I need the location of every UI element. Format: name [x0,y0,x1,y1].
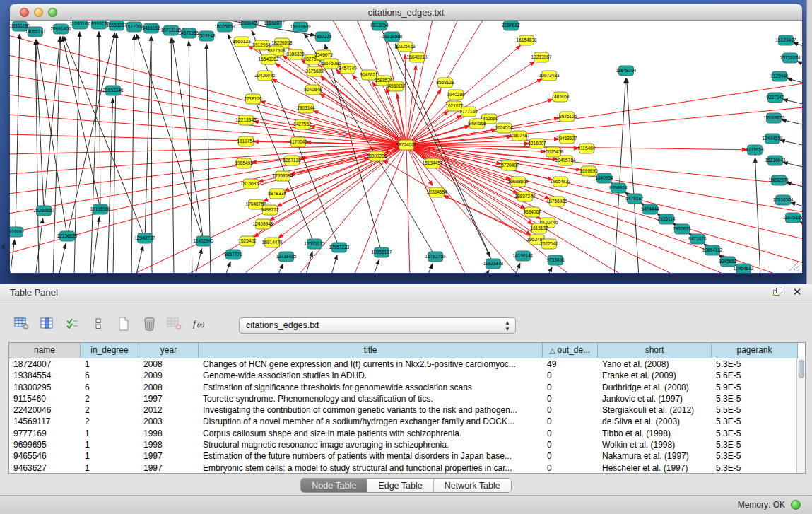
graph-edge-selected[interactable] [277,145,406,206]
canvas-resize-grip[interactable] [789,261,799,271]
table-cell[interactable]: Tourette syndrome. Phenomenology and cla… [199,393,543,404]
tab-edge-table[interactable]: Edge Table [367,479,433,492]
table-cell[interactable]: Hescheler et al. (1997) [598,462,712,473]
graph-edge-selected[interactable] [406,145,531,235]
table-cell[interactable]: Embryonic stem cells: a model to study s… [199,462,543,473]
table-cell[interactable]: 9699695 [9,439,81,450]
graph-edge-selected[interactable] [406,145,410,273]
graph-edge[interactable] [427,264,433,273]
table-cell[interactable]: 1997 [139,393,199,404]
graph-edge[interactable] [171,38,174,273]
table-cell[interactable]: 2 [81,404,139,416]
table-cell[interactable]: 22420046 [9,404,81,416]
table-selector-combobox[interactable]: citations_edges.txt▲▼ [239,317,516,334]
graph-edge[interactable] [373,259,379,273]
graph-edge[interactable] [797,62,802,65]
table-cell[interactable]: 1 [81,462,139,473]
table-cell[interactable]: 5.3E-5 [712,450,798,462]
delete-table-button[interactable] [139,315,160,335]
table-cell[interactable]: 2 [81,416,139,427]
table-cell[interactable]: 0 [543,404,598,416]
graph-edge-selected[interactable] [406,21,433,145]
table-cell[interactable]: 1998 [139,439,199,450]
clear-rows-button[interactable] [88,315,109,335]
graph-edge[interactable] [793,42,802,47]
table-cell[interactable]: 9777169 [9,428,81,439]
graph-edge[interactable] [145,36,151,238]
network-canvas[interactable]: 1872400786601238912954182260589827503165… [10,21,802,273]
table-cell[interactable]: 5.9E-5 [712,382,798,393]
graph-edge[interactable] [16,34,20,232]
table-cell[interactable]: Disruption of a novel member of a sodium… [199,416,543,427]
table-cell[interactable]: Investigating the contribution of common… [199,404,543,416]
table-settings-button[interactable] [11,315,33,335]
table-cell[interactable]: Dudbridge et al. (2008) [598,382,712,393]
table-row[interactable]: 946362711997Embryonic stem cells: a mode… [9,462,805,473]
table-cell[interactable]: Stergiakouli et al. (2012) [598,404,712,416]
table-cell[interactable]: 5.3E-5 [712,428,798,439]
table-cell[interactable]: Nakamura et al. (1997) [598,450,712,462]
table-cell[interactable]: 5.3E-5 [712,416,798,427]
graph-edge[interactable] [485,270,489,273]
table-cell[interactable]: 2012 [139,404,199,416]
graph-edge[interactable] [547,267,552,273]
graph-edge[interactable] [755,158,760,273]
new-table-button[interactable] [113,315,134,335]
table-cell[interactable]: 9463627 [9,462,81,473]
graph-edge-selected[interactable] [406,145,802,263]
table-cell[interactable]: 5.6E-5 [712,370,798,381]
table-cell[interactable]: 5.5E-5 [712,404,798,416]
tab-network-table[interactable]: Network Table [434,479,511,492]
table-cell[interactable]: 0 [543,439,598,450]
function-builder-button[interactable]: f(x) [189,315,211,335]
table-cell[interactable]: Estimation of significance thresholds fo… [199,382,543,393]
graph-edge[interactable] [113,33,117,273]
table-cell[interactable]: 1997 [139,450,199,462]
column-header-in-degree[interactable]: in_degree [81,343,139,358]
row-selection-button[interactable] [62,315,83,335]
table-cell[interactable]: 2003 [139,416,199,427]
graph-edge[interactable] [783,99,802,105]
table-cell[interactable]: 0 [543,428,598,439]
table-cell[interactable]: 6 [81,370,139,381]
graph-edge[interactable] [780,140,802,146]
table-row[interactable]: 2242004622012Investigating the contribut… [9,404,805,416]
table-cell[interactable]: 2008 [139,382,199,393]
graph-edge-selected[interactable] [406,145,518,194]
network-graph[interactable]: 1872400786601238912954182260589827503165… [10,21,802,273]
table-row[interactable]: 946554611997Estimation of the future num… [9,450,805,462]
network-window[interactable]: citations_edges.txt 18724007866012389129… [10,4,802,274]
graph-edge[interactable] [195,249,201,273]
graph-edge[interactable] [331,255,337,273]
table-cell[interactable]: 1 [81,439,139,450]
table-cell[interactable]: 0 [543,393,598,404]
table-cell[interactable]: 0 [543,462,598,473]
column-header-title[interactable]: title [199,343,543,358]
table-cell[interactable]: 0 [543,450,598,462]
graph-edge[interactable] [59,244,66,273]
table-row[interactable]: 1938455462009Genome-wide association stu… [9,370,805,381]
graph-edge[interactable] [782,119,802,125]
table-cell[interactable]: Franke et al. (2009) [598,370,712,381]
column-header-name[interactable]: name [9,343,81,358]
table-row[interactable]: 911546021997Tourette syndrome. Phenomeno… [9,393,805,404]
table-row[interactable]: 1456911722003Disruption of a novel membe… [9,416,805,427]
table-cell[interactable]: 5.3E-5 [712,439,798,450]
table-cell[interactable]: 5.3E-5 [712,358,798,370]
table-cell[interactable]: 2 [81,393,139,404]
float-panel-icon[interactable] [771,286,784,298]
table-cell[interactable]: 2009 [139,370,199,381]
graph-edge[interactable] [131,35,134,273]
table-cell[interactable]: Genome-wide association studies in ADHD. [199,370,543,381]
table-cell[interactable]: Yano et al. (2008) [598,358,712,370]
table-cell[interactable]: 1 [81,428,139,439]
table-cell[interactable]: 5.3E-5 [712,462,798,473]
table-cell[interactable]: 0 [543,382,598,393]
memory-ok-indicator[interactable] [791,500,801,510]
table-cell[interactable]: 49 [543,358,598,370]
graph-edge[interactable] [790,202,802,207]
table-cell[interactable]: 14569117 [9,416,81,427]
graph-edge[interactable] [783,162,802,168]
table-cell[interactable]: 1 [81,450,139,462]
graph-edge[interactable] [136,246,143,273]
